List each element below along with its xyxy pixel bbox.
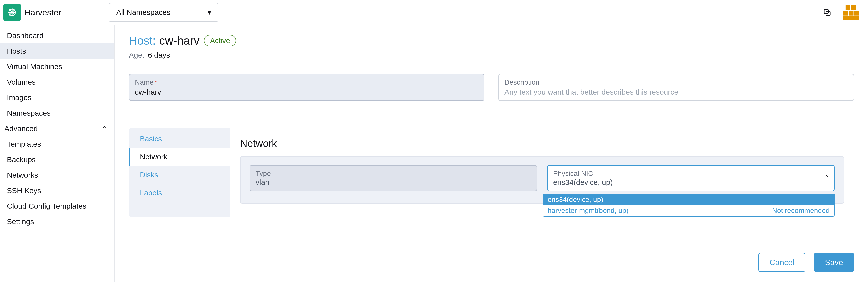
sidebar-item-volumes[interactable]: Volumes bbox=[0, 75, 114, 90]
button-label: Cancel bbox=[769, 258, 794, 267]
required-mark: * bbox=[155, 79, 157, 86]
button-label: Save bbox=[825, 258, 843, 267]
sidebar-item-label: Namespaces bbox=[7, 109, 51, 117]
sidebar-item-label: Volumes bbox=[7, 78, 36, 86]
network-type-label: Type bbox=[256, 170, 531, 178]
sidebar-item-cloud-config-templates[interactable]: Cloud Config Templates bbox=[0, 198, 114, 214]
tab-label: Basics bbox=[140, 135, 162, 143]
form-row: Name* cw-harv Description Any text you w… bbox=[129, 74, 854, 101]
config-panel: Basics Network Disks Labels Network Type… bbox=[129, 129, 854, 217]
age-label: Age: bbox=[129, 51, 144, 59]
age-row: Age: 6 days bbox=[129, 51, 854, 59]
sidebar-item-label: Cloud Config Templates bbox=[7, 202, 86, 210]
nic-option-label: harvester-mgmt(bond, up) bbox=[548, 207, 628, 215]
cancel-button[interactable]: Cancel bbox=[758, 253, 805, 272]
header-actions bbox=[823, 3, 861, 22]
name-field-label: Name* bbox=[135, 79, 478, 86]
tab-label: Network bbox=[140, 153, 167, 161]
sidebar-item-label: Hosts bbox=[7, 47, 26, 56]
svg-rect-11 bbox=[845, 5, 850, 10]
tab-label: Labels bbox=[140, 189, 162, 197]
description-field-placeholder: Any text you want that better describes … bbox=[504, 88, 848, 96]
chevron-down-icon: ▾ bbox=[208, 8, 211, 17]
sidebar-item-templates[interactable]: Templates bbox=[0, 137, 114, 152]
chevron-up-icon: ˄ bbox=[825, 174, 829, 183]
sidebar-item-label: Virtual Machines bbox=[7, 62, 62, 71]
page-title: Host: cw-harv Active bbox=[129, 34, 854, 48]
nic-option-label: ens34(device, up) bbox=[548, 196, 603, 204]
physical-nic-label: Physical NIC bbox=[553, 170, 613, 178]
network-type-value: vlan bbox=[256, 178, 531, 187]
nic-option[interactable]: ens34(device, up) bbox=[543, 194, 834, 205]
tab-disks[interactable]: Disks bbox=[129, 166, 230, 184]
sidebar-item-label: Networks bbox=[7, 171, 38, 179]
footer-actions: Cancel Save bbox=[758, 253, 854, 272]
description-field[interactable]: Description Any text you want that bette… bbox=[498, 74, 854, 101]
sidebar-item-settings[interactable]: Settings bbox=[0, 214, 114, 229]
tab-labels[interactable]: Labels bbox=[129, 184, 230, 202]
network-box: Type vlan Physical NIC ens34(device, up)… bbox=[240, 156, 844, 204]
tab-content: Network Type vlan Physical NIC ens34(dev… bbox=[230, 129, 854, 217]
sidebar-top: Dashboard Hosts Virtual Machines Volumes… bbox=[0, 28, 114, 121]
sidebar-item-backups[interactable]: Backups bbox=[0, 152, 114, 168]
nic-option[interactable]: harvester-mgmt(bond, up) Not recommended bbox=[543, 205, 834, 216]
brand: Harvester bbox=[3, 4, 61, 21]
sidebar-item-networks[interactable]: Networks bbox=[0, 168, 114, 183]
svg-rect-9 bbox=[849, 11, 854, 16]
sidebar-sub: Templates Backups Networks SSH Keys Clou… bbox=[0, 137, 114, 229]
sidebar-group-advanced[interactable]: Advanced ⌃ bbox=[0, 121, 114, 137]
harvester-logo-icon bbox=[3, 4, 21, 21]
rancher-logo-icon[interactable] bbox=[841, 3, 861, 22]
sidebar-item-dashboard[interactable]: Dashboard bbox=[0, 28, 114, 44]
app-header: Harvester All Namespaces ▾ bbox=[0, 0, 868, 26]
section-title: Network bbox=[240, 138, 844, 149]
page-title-name: cw-harv bbox=[159, 34, 199, 48]
namespace-select-value: All Namespaces bbox=[116, 8, 170, 17]
save-button[interactable]: Save bbox=[814, 253, 854, 272]
network-type-field: Type vlan bbox=[250, 165, 537, 191]
nic-option-hint: Not recommended bbox=[772, 207, 830, 215]
sidebar-item-namespaces[interactable]: Namespaces bbox=[0, 106, 114, 121]
age-value: 6 days bbox=[148, 51, 170, 59]
page-title-label: Host: bbox=[129, 34, 156, 48]
svg-rect-8 bbox=[843, 11, 848, 16]
sidebar-item-label: Images bbox=[7, 93, 31, 102]
sidebar-item-label: Dashboard bbox=[7, 31, 44, 40]
svg-rect-10 bbox=[854, 11, 859, 16]
physical-nic-value: ens34(device, up) bbox=[553, 178, 613, 187]
physical-nic-dropdown: ens34(device, up) harvester-mgmt(bond, u… bbox=[542, 194, 835, 217]
tab-label: Disks bbox=[140, 171, 158, 179]
sidebar-item-hosts[interactable]: Hosts bbox=[0, 44, 114, 59]
sidebar-item-label: Templates bbox=[7, 140, 41, 148]
sidebar-group-label: Advanced bbox=[4, 124, 38, 133]
main-content: Host: cw-harv Active Age: 6 days Name* c… bbox=[115, 26, 868, 282]
tab-network[interactable]: Network bbox=[129, 148, 230, 166]
sidebar-item-ssh-keys[interactable]: SSH Keys bbox=[0, 183, 114, 198]
tab-basics[interactable]: Basics bbox=[129, 130, 230, 148]
sidebar-item-label: Backups bbox=[7, 156, 36, 164]
sidebar-item-virtual-machines[interactable]: Virtual Machines bbox=[0, 59, 114, 75]
sidebar: Dashboard Hosts Virtual Machines Volumes… bbox=[0, 26, 115, 282]
sidebar-item-label: Settings bbox=[7, 218, 34, 226]
namespace-select[interactable]: All Namespaces ▾ bbox=[108, 3, 218, 22]
physical-nic-select[interactable]: Physical NIC ens34(device, up) ˄ bbox=[547, 165, 835, 191]
chevron-up-icon: ⌃ bbox=[102, 125, 107, 133]
svg-rect-12 bbox=[851, 5, 856, 10]
name-field-value: cw-harv bbox=[135, 88, 478, 96]
brand-title: Harvester bbox=[25, 8, 61, 18]
tabs: Basics Network Disks Labels bbox=[129, 129, 230, 217]
description-field-label: Description bbox=[504, 79, 848, 86]
name-field: Name* cw-harv bbox=[129, 74, 485, 101]
status-badge: Active bbox=[204, 35, 236, 47]
copy-icon[interactable] bbox=[823, 8, 832, 17]
sidebar-item-images[interactable]: Images bbox=[0, 90, 114, 106]
svg-rect-13 bbox=[843, 17, 859, 21]
sidebar-item-label: SSH Keys bbox=[7, 187, 41, 195]
